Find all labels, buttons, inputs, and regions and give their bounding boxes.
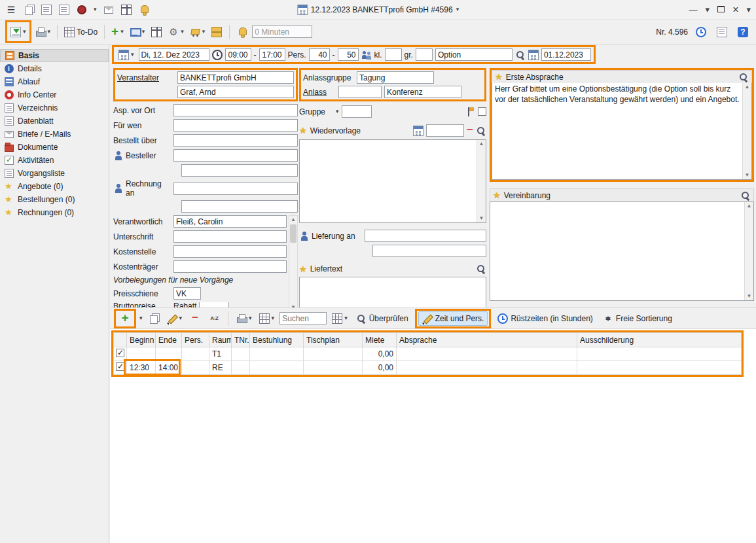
liefertext-textarea[interactable] — [299, 277, 486, 311]
cell-bestuhlung[interactable] — [250, 347, 304, 361]
col-ende[interactable]: Ende — [156, 333, 182, 347]
persons-to-input[interactable] — [338, 48, 359, 61]
lieferung-kontakt-input[interactable] — [372, 245, 486, 257]
wiedervorlage-scrollbar[interactable]: ▲▼ — [477, 140, 486, 222]
erste-absprache-textarea[interactable]: Herr Graf bittet um eine Optionsbestätig… — [492, 83, 752, 180]
add-button[interactable]: +▾ — [109, 23, 126, 41]
brand-dropdown-caret[interactable]: ▾ — [94, 7, 97, 12]
col-miete[interactable]: Miete — [363, 333, 397, 347]
document-add-icon[interactable] — [41, 4, 52, 16]
absprache-zoom-icon[interactable] — [738, 72, 749, 82]
flag-icon[interactable] — [463, 107, 474, 117]
veranstalter-input[interactable] — [177, 71, 294, 84]
col-bestuhlung[interactable]: Bestuhlung — [250, 333, 304, 347]
cell-pers[interactable] — [182, 361, 209, 375]
anlass-label[interactable]: Anlass — [303, 88, 336, 97]
table-search-input[interactable] — [279, 312, 327, 324]
delete-row-button[interactable]: − — [187, 309, 203, 327]
sidebar-item-verzeichnis[interactable]: Verzeichnis — [0, 101, 109, 114]
sidebar-item-aktivitaeten[interactable]: Aktivitäten — [0, 154, 109, 167]
minimize-dropdown-caret[interactable]: ▾ — [706, 5, 710, 14]
unterschrift-input[interactable] — [173, 230, 287, 243]
cell-raum[interactable]: RE — [209, 361, 232, 375]
freie-sortierung-button[interactable]: Freie Sortierung — [600, 312, 675, 325]
cell-absprache[interactable] — [397, 361, 577, 375]
col-beginn[interactable]: Beginn — [127, 333, 156, 347]
row-checkbox[interactable] — [116, 362, 124, 371]
cell-ende[interactable] — [156, 347, 182, 361]
hamburger-menu-icon[interactable]: ☰ — [5, 4, 17, 16]
cell-beginn[interactable]: 12:30 — [127, 361, 156, 375]
print-table-button[interactable]: ▾ — [234, 309, 254, 327]
reminder-bell-button[interactable] — [234, 23, 250, 41]
restore-button[interactable] — [717, 5, 725, 14]
kostentraeger-input[interactable] — [173, 260, 287, 273]
status-input[interactable] — [435, 48, 513, 61]
copy-row-button[interactable] — [146, 309, 162, 327]
sidebar-item-dokumente[interactable]: Dokumente — [0, 141, 109, 154]
form-left-scrollbar[interactable]: ▲▼ — [289, 215, 298, 312]
notification-bell-icon[interactable] — [138, 4, 150, 16]
row-checkbox[interactable] — [116, 349, 124, 357]
mail-icon[interactable] — [103, 4, 115, 16]
split-window-button[interactable] — [149, 23, 164, 41]
sidebar-item-briefe-emails[interactable]: Briefe / E-Mails — [0, 128, 109, 141]
wiedervorlage-calendar-icon[interactable] — [413, 126, 423, 136]
cell-tnr[interactable] — [232, 347, 250, 361]
favorite-star-icon[interactable]: ★ — [493, 191, 501, 200]
check-button[interactable]: Überprüfen — [353, 312, 412, 325]
document-favorite-icon[interactable] — [58, 4, 70, 16]
sidebar-item-bestellungen[interactable]: Bestellungen (0) — [0, 193, 109, 206]
col-ausschilderung[interactable]: Ausschilderung — [577, 333, 742, 347]
rechnung-kontakt-input[interactable] — [181, 200, 298, 213]
sidebar-item-ablauf[interactable]: Ablauf — [0, 75, 109, 88]
remove-icon[interactable]: − — [467, 126, 473, 136]
table-view-button[interactable]: ▾ — [257, 309, 277, 327]
persons-from-input[interactable] — [309, 48, 330, 61]
time-end-input[interactable] — [259, 48, 285, 61]
title-dropdown-caret[interactable]: ▾ — [456, 7, 459, 12]
favorite-star-icon[interactable]: ★ — [299, 126, 307, 135]
status-search-icon[interactable] — [515, 50, 526, 60]
cell-absprache[interactable] — [397, 347, 577, 361]
window-copy-icon[interactable] — [23, 4, 35, 16]
todo-button[interactable]: To-Do — [62, 23, 99, 41]
table-export-button[interactable]: ▾ — [330, 309, 350, 327]
export-icon[interactable] — [120, 4, 132, 16]
cell-tischplan[interactable] — [304, 347, 363, 361]
sidebar-item-details[interactable]: Details — [0, 62, 109, 75]
cell-tischplan[interactable] — [304, 361, 363, 375]
fuer-wen-input[interactable] — [173, 119, 298, 131]
verantwortlich-input[interactable] — [173, 215, 287, 228]
notes-button[interactable] — [714, 23, 730, 41]
cell-bestuhlung[interactable] — [250, 361, 304, 375]
favorite-star-icon[interactable]: ★ — [495, 73, 503, 81]
vereinbarung-textarea[interactable]: ▲▼ — [490, 201, 754, 301]
print-button[interactable]: ▾ — [33, 23, 53, 41]
cell-beginn[interactable] — [127, 347, 156, 361]
history-button[interactable] — [693, 23, 709, 41]
cell-ausschilderung[interactable] — [577, 347, 742, 361]
veranstalter-kontakt-input[interactable] — [177, 86, 294, 98]
sidebar-item-rechnungen[interactable]: Rechnungen (0) — [0, 206, 109, 219]
event-date-input[interactable] — [139, 48, 209, 61]
cell-raum[interactable]: T1 — [209, 347, 232, 361]
table-row[interactable]: T1 0,00 — [114, 347, 742, 361]
lieferung-an-input[interactable] — [365, 230, 486, 242]
cell-tnr[interactable] — [232, 361, 250, 375]
option-date-input[interactable] — [541, 48, 591, 61]
kostenstelle-input[interactable] — [173, 245, 287, 258]
cell-miete[interactable]: 0,00 — [363, 361, 397, 375]
wiedervorlage-date-input[interactable] — [426, 124, 464, 137]
col-absprache[interactable]: Absprache — [397, 333, 577, 347]
besteller-kontakt-input[interactable] — [181, 164, 298, 177]
sidebar-item-basis[interactable]: Basis — [0, 49, 109, 62]
time-start-input[interactable] — [225, 48, 251, 61]
ruestzeiten-button[interactable]: Rüstzeiten (in Stunden) — [494, 312, 596, 325]
gruppe-input[interactable] — [342, 105, 372, 118]
anlassgruppe-input[interactable] — [357, 71, 434, 84]
brand-logo-icon[interactable] — [76, 4, 88, 16]
minimize-button[interactable]: — — [689, 5, 698, 14]
wiedervorlage-textarea[interactable]: ▲▼ — [299, 139, 486, 223]
col-tischplan[interactable]: Tischplan — [304, 333, 363, 347]
